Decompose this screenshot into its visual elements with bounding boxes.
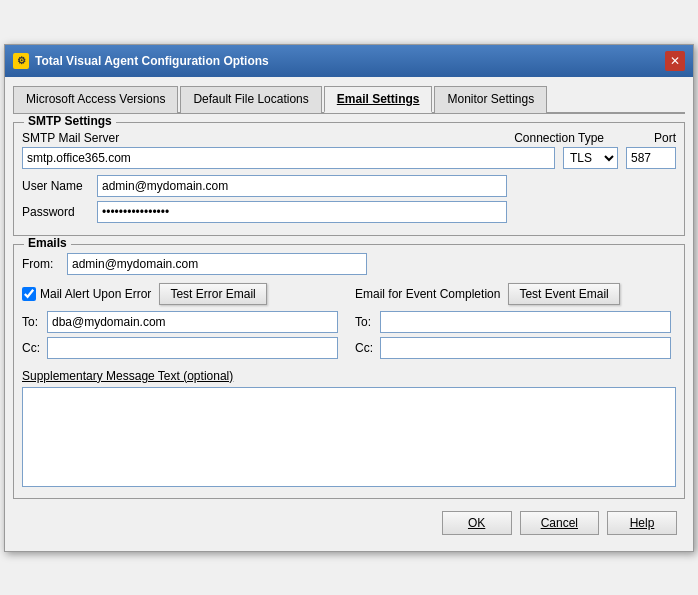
- connection-type-label: Connection Type: [514, 131, 604, 145]
- from-input[interactable]: [67, 253, 367, 275]
- test-event-email-button[interactable]: Test Event Email: [508, 283, 619, 305]
- tab-ms-access[interactable]: Microsoft Access Versions: [13, 86, 178, 113]
- cancel-button[interactable]: Cancel: [520, 511, 599, 535]
- supplementary-label: Supplementary Message Text (optional): [22, 369, 676, 383]
- cc-right-input[interactable]: [380, 337, 671, 359]
- tab-email-settings[interactable]: Email Settings: [324, 86, 433, 113]
- to-right-row: To:: [355, 311, 676, 333]
- right-col: Email for Event Completion Test Event Em…: [355, 283, 676, 363]
- help-button[interactable]: Help: [607, 511, 677, 535]
- supplementary-textarea[interactable]: [22, 387, 676, 487]
- connection-type-select[interactable]: TLS SSL None: [563, 147, 618, 169]
- cc-left-input[interactable]: [47, 337, 338, 359]
- to-left-input[interactable]: [47, 311, 338, 333]
- two-col-section: Mail Alert Upon Error Test Error Email T…: [22, 283, 676, 363]
- mail-alert-row: Mail Alert Upon Error Test Error Email: [22, 283, 343, 305]
- ok-button[interactable]: OK: [442, 511, 512, 535]
- port-input[interactable]: [626, 147, 676, 169]
- cc-right-row: Cc:: [355, 337, 676, 359]
- username-input[interactable]: [97, 175, 507, 197]
- port-label: Port: [654, 131, 676, 145]
- content-area: Microsoft Access Versions Default File L…: [5, 77, 693, 551]
- mail-alert-checkbox[interactable]: [22, 287, 36, 301]
- title-bar-left: ⚙ Total Visual Agent Configuration Optio…: [13, 53, 269, 69]
- smtp-server-input[interactable]: [22, 147, 555, 169]
- emails-section-label: Emails: [24, 236, 71, 250]
- event-completion-label: Email for Event Completion: [355, 287, 500, 301]
- emails-section: Emails From: Mail Alert Upon Error Test: [13, 244, 685, 499]
- cc-left-label: Cc:: [22, 341, 47, 355]
- to-left-row: To:: [22, 311, 343, 333]
- to-right-label: To:: [355, 315, 380, 329]
- app-icon: ⚙: [13, 53, 29, 69]
- bottom-buttons: OK Cancel Help: [13, 507, 685, 543]
- tab-monitor-settings[interactable]: Monitor Settings: [434, 86, 547, 113]
- to-left-label: To:: [22, 315, 47, 329]
- cc-right-label: Cc:: [355, 341, 380, 355]
- event-completion-row: Email for Event Completion Test Event Em…: [355, 283, 676, 305]
- window-title: Total Visual Agent Configuration Options: [35, 54, 269, 68]
- password-label: Password: [22, 205, 97, 219]
- password-input[interactable]: [97, 201, 507, 223]
- mail-alert-checkbox-label[interactable]: Mail Alert Upon Error: [22, 287, 151, 301]
- tab-default-file[interactable]: Default File Locations: [180, 86, 321, 113]
- left-col: Mail Alert Upon Error Test Error Email T…: [22, 283, 343, 363]
- main-window: ⚙ Total Visual Agent Configuration Optio…: [4, 44, 694, 552]
- smtp-section-label: SMTP Settings: [24, 114, 116, 128]
- from-row: From:: [22, 253, 676, 275]
- close-button[interactable]: ✕: [665, 51, 685, 71]
- title-bar: ⚙ Total Visual Agent Configuration Optio…: [5, 45, 693, 77]
- username-label: User Name: [22, 179, 97, 193]
- tab-bar: Microsoft Access Versions Default File L…: [13, 85, 685, 114]
- smtp-section: SMTP Settings SMTP Mail Server Connectio…: [13, 122, 685, 236]
- supplementary-section: Supplementary Message Text (optional): [22, 369, 676, 490]
- to-right-input[interactable]: [380, 311, 671, 333]
- smtp-mail-server-label: SMTP Mail Server: [22, 131, 514, 145]
- from-label: From:: [22, 257, 67, 271]
- cc-left-row: Cc:: [22, 337, 343, 359]
- username-row: User Name: [22, 175, 676, 197]
- test-error-email-button[interactable]: Test Error Email: [159, 283, 266, 305]
- mail-alert-label: Mail Alert Upon Error: [40, 287, 151, 301]
- password-row: Password: [22, 201, 676, 223]
